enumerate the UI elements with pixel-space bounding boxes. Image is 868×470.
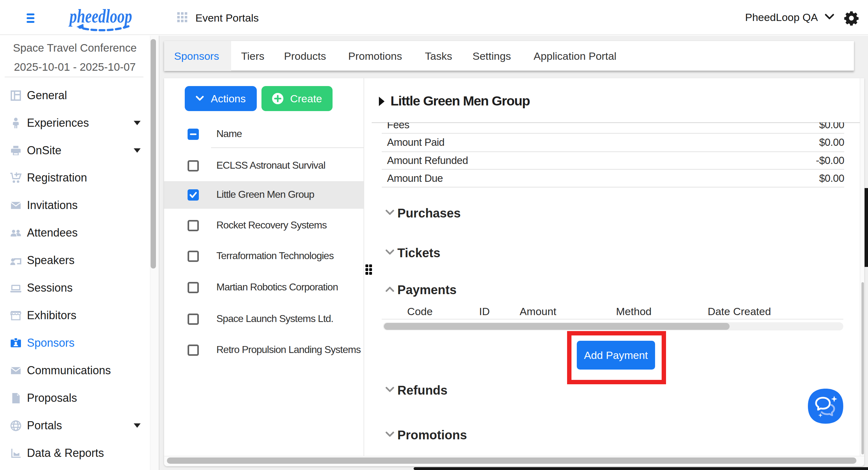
svg-text:pheedloop: pheedloop	[68, 5, 132, 27]
